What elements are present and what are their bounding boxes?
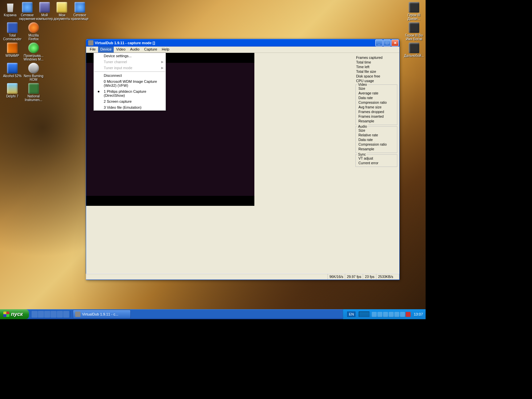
ql-ie-icon[interactable] [38, 311, 44, 318]
icon-label: WINAMP [5, 54, 19, 58]
status-audio: 96K/16/s [328, 274, 345, 280]
menu-item[interactable]: Disconnect [94, 72, 166, 78]
ql-tc-icon[interactable] [51, 311, 57, 318]
ni-icon [28, 83, 39, 94]
desktop-icon[interactable]: Мои документы [54, 1, 70, 21]
menu-item[interactable]: 1 Philips phildecn Capture (DirectShow) [94, 88, 166, 98]
menu-item-label: 0 Microsoft WDM Image Capture (Win32) (V… [104, 79, 157, 87]
desktop-icon[interactable]: Alcohol 52% [2, 62, 23, 81]
nero-icon [28, 63, 39, 73]
tray-icon[interactable] [372, 312, 377, 317]
desktop-icon[interactable]: Nero Burning ROM [23, 62, 44, 81]
stat-row: Data rate [358, 137, 396, 142]
menu-item[interactable]: 0 Microsoft WDM Image Capture (Win32) (V… [94, 78, 166, 88]
tray-icon[interactable] [400, 312, 405, 317]
icon-label: Корзина [4, 13, 17, 17]
desktop-icon[interactable]: Total Commander [2, 22, 23, 41]
desktop-icon[interactable]: Сетевое хранилище [71, 1, 88, 21]
tray-ati-icon[interactable] [406, 312, 411, 317]
task-label: VirtualDub 1.9.11 - c... [82, 312, 118, 316]
stat-row: Time left [355, 65, 397, 69]
close-button[interactable]: ✕ [391, 40, 399, 46]
trash-icon [5, 2, 16, 13]
statusbar: 96K/16/s 29.97 fps 23 fps 2533KB/s [86, 273, 399, 280]
icon-label: Герои III Во Имя Богов [404, 34, 424, 41]
titlebar[interactable]: VirtualDub 1.9.11 - capture mode [] _ □ … [86, 39, 399, 47]
desktop-icon[interactable]: Дальнобой... [404, 42, 424, 61]
ql-ff-icon[interactable] [57, 311, 63, 318]
stat-row: VT adjust [358, 156, 396, 161]
net-icon [74, 2, 85, 13]
desktop-icon[interactable]: Сетевое окружение [19, 1, 35, 21]
maximize-button[interactable]: □ [383, 40, 391, 46]
desktop-icon[interactable]: Герои III Во Имя Богов [404, 22, 424, 41]
tray-icon[interactable] [383, 312, 388, 317]
menu-capture[interactable]: Capture [142, 47, 159, 53]
game-icon [409, 2, 419, 13]
stat-row: Size [358, 128, 396, 133]
stats-panel: Frames capturedTotal timeTime leftTotal … [355, 55, 397, 167]
ql-wmp-icon[interactable] [44, 311, 50, 318]
clock[interactable]: 13:07 [414, 312, 423, 316]
menu-item[interactable]: 2 Screen capture [94, 98, 166, 104]
tray-icon[interactable] [389, 312, 394, 317]
ql-expand-icon[interactable] [63, 311, 69, 318]
ff-icon [28, 22, 39, 33]
status-fps1: 29.97 fps [345, 274, 363, 280]
menu-item[interactable]: 3 Video file (Emulation) [94, 104, 166, 110]
tray-progress [359, 312, 369, 317]
d7-icon [7, 83, 18, 94]
stat-row: Disk space free [355, 74, 397, 78]
menu-audio[interactable]: Audio [128, 47, 142, 53]
stat-row: Compression ratio [358, 100, 396, 105]
tray-icon[interactable] [377, 312, 382, 317]
main-area: Frames capturedTotal timeTime leftTotal … [254, 53, 399, 273]
menu-device[interactable]: Device [98, 47, 114, 53]
desktop-icon[interactable]: Delphi 7 [2, 82, 23, 102]
menu-item: Tuner input mode▶ [94, 65, 166, 71]
virtualdub-window: VirtualDub 1.9.11 - capture mode [] _ □ … [86, 39, 400, 280]
menu-item[interactable]: Device settings... [94, 53, 166, 59]
pc-icon [39, 2, 50, 13]
check-icon [98, 91, 99, 92]
menu-file[interactable]: File [87, 47, 98, 53]
icon-label: Сетевое хранилище [71, 13, 88, 21]
desktop-icon[interactable]: WINAMP [2, 42, 23, 61]
wa-icon [7, 43, 18, 53]
menu-item-label: 2 Screen capture [104, 99, 132, 103]
menu-item: Tuner channel▶ [94, 59, 166, 65]
icon-label: Delphi 7 [6, 94, 19, 98]
minimize-button[interactable]: _ [375, 40, 383, 46]
desktop-icon[interactable]: Герои III Дыхан... [404, 1, 424, 21]
icon-label: Nero Burning ROM [24, 74, 44, 81]
menu-item-label: 1 Philips phildecn Capture (DirectShow) [104, 89, 146, 97]
desktop: КорзинаСетевое окружениеМой компьютерМои… [0, 0, 426, 319]
menu-video[interactable]: Video [114, 47, 128, 53]
group-legend: Audio [357, 124, 368, 128]
system-tray: EN 13:07 [343, 309, 426, 319]
desktop-icon[interactable]: National Instrumen... [23, 82, 44, 102]
desktop-icons-right: Герои III Дыхан...Герои III Во Имя Богов… [404, 1, 424, 61]
language-indicator[interactable]: EN [347, 312, 355, 317]
stat-row: Average rate [358, 91, 396, 95]
icon-label: Total Commander [2, 34, 22, 41]
desktop-icon[interactable]: Mozilla Firefox [23, 22, 44, 41]
status-fps2: 23 fps [363, 274, 376, 280]
windows-logo-icon [3, 312, 9, 317]
menu-help[interactable]: Help [160, 47, 172, 53]
taskbar-virtualdub[interactable]: VirtualDub 1.9.11 - c... [73, 310, 131, 319]
icon-label: Мой компьютер [36, 13, 53, 21]
stats-group: VideoSizeAverage rateData rateCompressio… [355, 84, 397, 125]
desktop-icon[interactable]: Проигрыва... Windows M... [23, 42, 44, 61]
stat-row: Total file size [355, 69, 397, 74]
tray-icon[interactable] [394, 312, 399, 317]
group-legend: Sync [357, 152, 367, 156]
ql-desktop-icon[interactable] [32, 311, 38, 318]
mp-icon [28, 43, 39, 53]
start-button[interactable]: пуск [0, 309, 29, 319]
stat-row: Resample [358, 119, 396, 123]
game-icon [409, 22, 419, 33]
icon-label: Alcohol 52% [3, 74, 22, 78]
desktop-icon[interactable]: Мой компьютер [36, 1, 53, 21]
desktop-icon[interactable]: Корзина [2, 1, 18, 21]
